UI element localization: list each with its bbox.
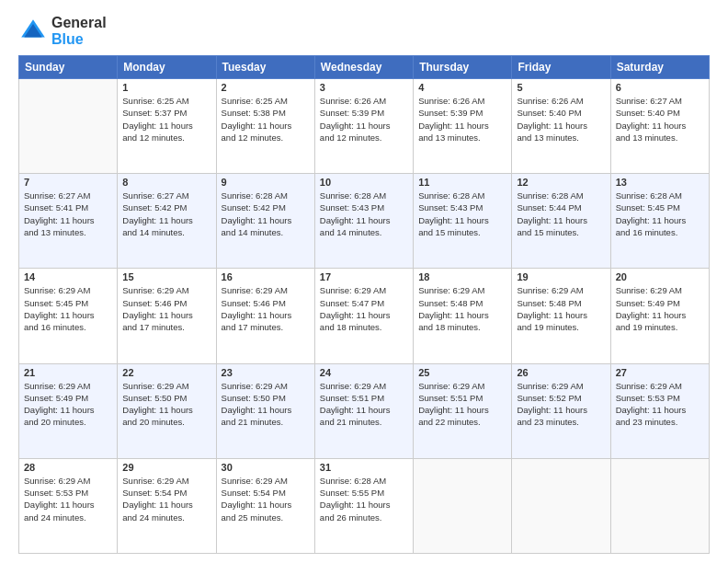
day-info: Sunrise: 6:29 AM Sunset: 5:50 PM Dayligh… xyxy=(122,380,210,429)
day-cell xyxy=(512,458,610,553)
day-info: Sunrise: 6:29 AM Sunset: 5:54 PM Dayligh… xyxy=(222,475,310,523)
day-info: Sunrise: 6:28 AM Sunset: 5:55 PM Dayligh… xyxy=(320,475,408,523)
day-info: Sunrise: 6:27 AM Sunset: 5:40 PM Dayligh… xyxy=(616,95,704,144)
day-number: 1 xyxy=(122,82,210,93)
col-header-monday: Monday xyxy=(118,56,216,79)
day-number: 19 xyxy=(517,271,605,282)
day-info: Sunrise: 6:29 AM Sunset: 5:48 PM Dayligh… xyxy=(517,284,605,333)
day-cell: 2Sunrise: 6:25 AM Sunset: 5:38 PM Daylig… xyxy=(216,79,314,174)
day-number: 11 xyxy=(418,177,506,188)
day-info: Sunrise: 6:27 AM Sunset: 5:41 PM Dayligh… xyxy=(24,190,112,238)
day-info: Sunrise: 6:29 AM Sunset: 5:48 PM Dayligh… xyxy=(418,284,506,333)
day-info: Sunrise: 6:28 AM Sunset: 5:44 PM Dayligh… xyxy=(517,190,605,238)
col-header-saturday: Saturday xyxy=(610,56,709,79)
day-number: 26 xyxy=(517,367,605,378)
week-row-3: 14Sunrise: 6:29 AM Sunset: 5:45 PM Dayli… xyxy=(19,269,710,363)
day-info: Sunrise: 6:29 AM Sunset: 5:50 PM Dayligh… xyxy=(222,380,310,429)
day-number: 29 xyxy=(122,462,210,473)
day-cell: 19Sunrise: 6:29 AM Sunset: 5:48 PM Dayli… xyxy=(512,269,610,363)
day-cell xyxy=(414,458,512,553)
day-cell: 24Sunrise: 6:29 AM Sunset: 5:51 PM Dayli… xyxy=(314,363,413,458)
col-header-thursday: Thursday xyxy=(414,56,512,79)
day-cell xyxy=(19,79,118,174)
week-row-4: 21Sunrise: 6:29 AM Sunset: 5:49 PM Dayli… xyxy=(19,363,710,458)
day-number: 7 xyxy=(24,177,112,188)
page: General Blue SundayMondayTuesdayWednesda… xyxy=(0,0,728,563)
day-number: 4 xyxy=(418,82,506,93)
day-number: 17 xyxy=(320,271,408,282)
day-info: Sunrise: 6:28 AM Sunset: 5:45 PM Dayligh… xyxy=(616,190,704,238)
day-cell: 9Sunrise: 6:28 AM Sunset: 5:42 PM Daylig… xyxy=(216,174,314,269)
day-number: 27 xyxy=(616,367,704,378)
day-number: 14 xyxy=(24,271,112,282)
day-number: 18 xyxy=(418,271,506,282)
col-header-friday: Friday xyxy=(512,56,610,79)
day-cell: 11Sunrise: 6:28 AM Sunset: 5:43 PM Dayli… xyxy=(414,174,512,269)
day-cell: 5Sunrise: 6:26 AM Sunset: 5:40 PM Daylig… xyxy=(512,79,610,174)
day-cell: 8Sunrise: 6:27 AM Sunset: 5:42 PM Daylig… xyxy=(118,174,216,269)
day-number: 24 xyxy=(320,367,408,378)
day-info: Sunrise: 6:26 AM Sunset: 5:39 PM Dayligh… xyxy=(320,95,408,144)
day-cell: 25Sunrise: 6:29 AM Sunset: 5:51 PM Dayli… xyxy=(414,363,512,458)
day-number: 9 xyxy=(222,177,310,188)
day-info: Sunrise: 6:28 AM Sunset: 5:43 PM Dayligh… xyxy=(320,190,408,238)
day-cell: 29Sunrise: 6:29 AM Sunset: 5:54 PM Dayli… xyxy=(118,458,216,553)
day-cell: 27Sunrise: 6:29 AM Sunset: 5:53 PM Dayli… xyxy=(610,363,709,458)
day-number: 21 xyxy=(24,367,112,378)
day-cell: 1Sunrise: 6:25 AM Sunset: 5:37 PM Daylig… xyxy=(118,79,216,174)
day-info: Sunrise: 6:29 AM Sunset: 5:49 PM Dayligh… xyxy=(616,284,704,333)
day-info: Sunrise: 6:26 AM Sunset: 5:40 PM Dayligh… xyxy=(517,95,605,144)
day-cell: 16Sunrise: 6:29 AM Sunset: 5:46 PM Dayli… xyxy=(216,269,314,363)
day-info: Sunrise: 6:27 AM Sunset: 5:42 PM Dayligh… xyxy=(122,190,210,238)
col-header-sunday: Sunday xyxy=(19,56,118,79)
day-cell: 31Sunrise: 6:28 AM Sunset: 5:55 PM Dayli… xyxy=(314,458,413,553)
day-number: 10 xyxy=(320,177,408,188)
calendar-table: SundayMondayTuesdayWednesdayThursdayFrid… xyxy=(18,55,710,554)
day-number: 30 xyxy=(222,462,310,473)
day-info: Sunrise: 6:28 AM Sunset: 5:42 PM Dayligh… xyxy=(222,190,310,238)
day-cell: 13Sunrise: 6:28 AM Sunset: 5:45 PM Dayli… xyxy=(610,174,709,269)
day-cell: 22Sunrise: 6:29 AM Sunset: 5:50 PM Dayli… xyxy=(118,363,216,458)
day-number: 12 xyxy=(517,177,605,188)
col-header-tuesday: Tuesday xyxy=(216,56,314,79)
week-row-5: 28Sunrise: 6:29 AM Sunset: 5:53 PM Dayli… xyxy=(19,458,710,553)
day-cell: 17Sunrise: 6:29 AM Sunset: 5:47 PM Dayli… xyxy=(314,269,413,363)
day-number: 2 xyxy=(222,82,310,93)
day-cell: 15Sunrise: 6:29 AM Sunset: 5:46 PM Dayli… xyxy=(118,269,216,363)
day-number: 15 xyxy=(122,271,210,282)
day-number: 31 xyxy=(320,462,408,473)
day-number: 13 xyxy=(616,177,704,188)
day-cell: 26Sunrise: 6:29 AM Sunset: 5:52 PM Dayli… xyxy=(512,363,610,458)
day-cell xyxy=(610,458,709,553)
day-info: Sunrise: 6:29 AM Sunset: 5:49 PM Dayligh… xyxy=(24,380,112,429)
day-number: 3 xyxy=(320,82,408,93)
day-info: Sunrise: 6:29 AM Sunset: 5:46 PM Dayligh… xyxy=(122,284,210,333)
day-number: 23 xyxy=(222,367,310,378)
day-cell: 23Sunrise: 6:29 AM Sunset: 5:50 PM Dayli… xyxy=(216,363,314,458)
day-info: Sunrise: 6:25 AM Sunset: 5:37 PM Dayligh… xyxy=(122,95,210,144)
header: General Blue xyxy=(18,15,710,48)
day-number: 22 xyxy=(122,367,210,378)
week-row-1: 1Sunrise: 6:25 AM Sunset: 5:37 PM Daylig… xyxy=(19,79,710,174)
day-cell: 12Sunrise: 6:28 AM Sunset: 5:44 PM Dayli… xyxy=(512,174,610,269)
day-number: 5 xyxy=(517,82,605,93)
day-info: Sunrise: 6:29 AM Sunset: 5:53 PM Dayligh… xyxy=(24,475,112,523)
day-cell: 21Sunrise: 6:29 AM Sunset: 5:49 PM Dayli… xyxy=(19,363,118,458)
day-info: Sunrise: 6:25 AM Sunset: 5:38 PM Dayligh… xyxy=(222,95,310,144)
day-cell: 20Sunrise: 6:29 AM Sunset: 5:49 PM Dayli… xyxy=(610,269,709,363)
day-cell: 30Sunrise: 6:29 AM Sunset: 5:54 PM Dayli… xyxy=(216,458,314,553)
day-info: Sunrise: 6:29 AM Sunset: 5:52 PM Dayligh… xyxy=(517,380,605,429)
day-cell: 28Sunrise: 6:29 AM Sunset: 5:53 PM Dayli… xyxy=(19,458,118,553)
day-info: Sunrise: 6:29 AM Sunset: 5:46 PM Dayligh… xyxy=(222,284,310,333)
day-cell: 10Sunrise: 6:28 AM Sunset: 5:43 PM Dayli… xyxy=(314,174,413,269)
day-number: 28 xyxy=(24,462,112,473)
calendar-header-row: SundayMondayTuesdayWednesdayThursdayFrid… xyxy=(19,56,710,79)
day-number: 6 xyxy=(616,82,704,93)
day-cell: 14Sunrise: 6:29 AM Sunset: 5:45 PM Dayli… xyxy=(19,269,118,363)
col-header-wednesday: Wednesday xyxy=(314,56,413,79)
day-info: Sunrise: 6:29 AM Sunset: 5:54 PM Dayligh… xyxy=(122,475,210,523)
week-row-2: 7Sunrise: 6:27 AM Sunset: 5:41 PM Daylig… xyxy=(19,174,710,269)
day-info: Sunrise: 6:28 AM Sunset: 5:43 PM Dayligh… xyxy=(418,190,506,238)
day-info: Sunrise: 6:29 AM Sunset: 5:45 PM Dayligh… xyxy=(24,284,112,333)
day-number: 8 xyxy=(122,177,210,188)
